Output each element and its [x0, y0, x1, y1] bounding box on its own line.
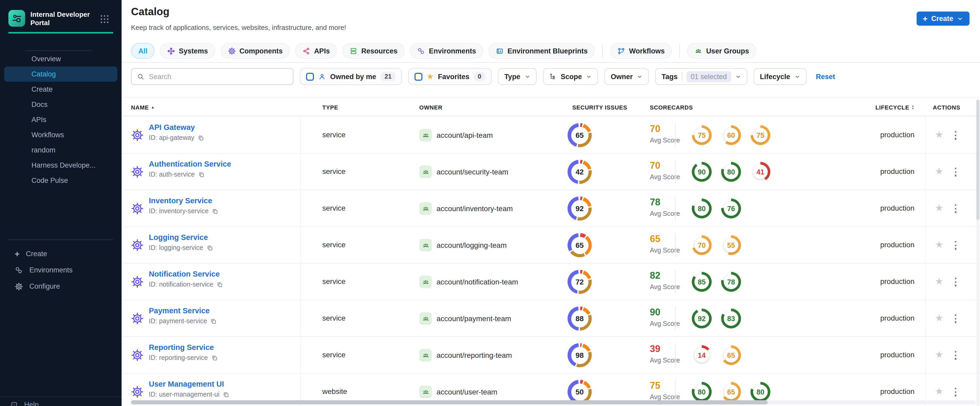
sidebar-item-help[interactable]: ? Help: [11, 401, 39, 406]
create-button[interactable]: + Create: [916, 11, 969, 26]
sidebar-item-environments[interactable]: Environments: [4, 262, 118, 278]
sidebar-item-apis[interactable]: APIs: [4, 112, 118, 127]
tab-components[interactable]: Components: [221, 43, 290, 59]
chevron-down-icon: [735, 74, 741, 79]
sidebar: Internal Developer Portal OverviewCatalo…: [0, 0, 122, 406]
favorite-star-button[interactable]: ★: [935, 349, 943, 360]
favorite-star-button[interactable]: ★: [935, 312, 943, 324]
vertical-scrollbar[interactable]: [976, 100, 980, 406]
entity-name-link[interactable]: Logging Service: [149, 233, 213, 241]
copy-icon[interactable]: [211, 354, 218, 361]
avg-score-label: Avg Score: [650, 357, 681, 364]
sidebar-item-create[interactable]: Create: [4, 82, 118, 97]
entity-name-link[interactable]: Payment Service: [149, 306, 217, 315]
horizontal-scrollbar[interactable]: [131, 400, 976, 404]
entity-name-link[interactable]: User Management UI: [149, 380, 229, 388]
search-input[interactable]: [149, 73, 288, 81]
column-divider: [925, 117, 926, 154]
scorecard-value: 83: [724, 311, 738, 326]
scorecard-divider: [675, 306, 676, 331]
tags-filter-dropdown[interactable]: Tags01 selected: [655, 68, 747, 85]
favorite-star-button[interactable]: ★: [935, 385, 943, 397]
copy-icon[interactable]: [223, 391, 229, 398]
tab-environments[interactable]: Environments: [410, 43, 484, 59]
people-icon: [695, 47, 703, 55]
entity-name-link[interactable]: Reporting Service: [149, 343, 218, 352]
sidebar-item-catalog[interactable]: Catalog: [4, 67, 118, 82]
column-header-name[interactable]: NAME▲: [131, 97, 155, 117]
scorecard-value: 70: [694, 238, 709, 252]
row-menu-kebab[interactable]: [954, 203, 958, 214]
row-menu-kebab[interactable]: [954, 240, 958, 251]
tab-user-groups[interactable]: User Groups: [687, 43, 756, 59]
favorite-star-button[interactable]: ★: [935, 202, 943, 214]
copy-icon[interactable]: [206, 244, 213, 251]
entity-name-link[interactable]: Authentication Service: [149, 160, 231, 168]
row-menu-kebab[interactable]: [954, 277, 958, 287]
tab-all[interactable]: All: [131, 43, 155, 59]
tab-systems[interactable]: Systems: [160, 43, 215, 59]
row-menu-kebab[interactable]: [954, 350, 958, 361]
copy-icon[interactable]: [198, 171, 205, 178]
tab-workflows[interactable]: Workflows: [610, 43, 672, 59]
horizontal-scrollbar-thumb[interactable]: [131, 400, 768, 404]
entity-id: ID: auth-service: [149, 171, 231, 178]
favorite-star-button[interactable]: ★: [935, 165, 943, 177]
owned-by-me-filter[interactable]: Owned by me 21: [300, 68, 402, 85]
row-menu-kebab[interactable]: [954, 167, 958, 177]
entity-id-text: ID: inventory-service: [149, 208, 208, 215]
column-divider: [925, 300, 926, 337]
copy-icon[interactable]: [210, 318, 217, 325]
entity-name-link[interactable]: Inventory Service: [149, 197, 218, 205]
column-header-type[interactable]: TYPE: [322, 97, 338, 117]
owned-by-me-checkbox[interactable]: [306, 73, 314, 81]
row-menu-kebab[interactable]: [954, 313, 958, 324]
app-switcher-icon[interactable]: [100, 15, 109, 24]
favorite-star-button[interactable]: ★: [935, 239, 943, 251]
scope-filter-dropdown[interactable]: Scope: [543, 68, 598, 85]
vertical-scrollbar-thumb[interactable]: [976, 100, 980, 220]
entity-name-link[interactable]: API Gateway: [149, 123, 204, 132]
copy-icon[interactable]: [212, 208, 218, 214]
sidebar-item-create[interactable]: +Create: [4, 246, 118, 262]
owner-group-icon: [419, 129, 432, 141]
tab-apis[interactable]: APIs: [295, 43, 337, 59]
favorite-star-button[interactable]: ★: [935, 129, 943, 140]
copy-icon[interactable]: [216, 281, 223, 288]
sidebar-item-code-pulse[interactable]: Code Pulse: [4, 173, 118, 188]
sidebar-item-configure[interactable]: Configure: [4, 279, 118, 294]
row-menu-kebab[interactable]: [954, 387, 958, 397]
sidebar-divider-bottom: [8, 239, 113, 240]
tab-environment-blueprints[interactable]: AEnvironment Blueprints: [489, 43, 595, 59]
scorecard-ring: 41: [751, 162, 770, 182]
sidebar-item-random[interactable]: random: [4, 143, 118, 158]
column-header-lifecycle[interactable]: LIFECYCLE▲▼: [875, 97, 915, 117]
column-label: SECURITY ISSUES: [572, 104, 627, 110]
avg-score-value: 70: [650, 124, 681, 135]
entity-id-text: ID: reporting-service: [149, 354, 208, 362]
entity-id-text: ID: api-gateway: [149, 134, 194, 141]
scorecard-value: 80: [753, 384, 768, 399]
copy-icon[interactable]: [197, 134, 204, 141]
scorecard-value: 65: [724, 348, 738, 363]
column-header-scorecards[interactable]: SCORECARDS: [650, 97, 693, 117]
tab-resources[interactable]: Resources: [342, 43, 405, 59]
favorite-star-button[interactable]: ★: [935, 276, 943, 287]
sidebar-item-workflows[interactable]: Workflows: [4, 127, 118, 143]
owner-filter-dropdown[interactable]: Owner: [605, 68, 649, 85]
sidebar-item-harness-develope-[interactable]: Harness Develope...: [4, 158, 118, 173]
type-filter-dropdown[interactable]: Type: [498, 68, 537, 85]
favorites-filter[interactable]: ★ Favorites 0: [408, 68, 492, 85]
favorites-checkbox[interactable]: [415, 73, 422, 81]
sidebar-item-docs[interactable]: Docs: [4, 97, 118, 112]
owner-cell: account/inventory-team: [419, 202, 513, 215]
lifecycle-filter-dropdown[interactable]: Lifecycle: [754, 68, 807, 85]
row-menu-kebab[interactable]: [954, 130, 958, 141]
entity-name-link[interactable]: Notification Service: [149, 270, 223, 278]
reset-filters-link[interactable]: Reset: [816, 73, 835, 81]
column-header-security-issues[interactable]: SECURITY ISSUES: [572, 97, 627, 117]
column-header-owner[interactable]: OWNER: [419, 97, 442, 117]
sidebar-item-overview[interactable]: Overview: [4, 51, 118, 67]
tab-group-divider: [602, 44, 603, 58]
column-header-actions[interactable]: ACTIONS: [933, 97, 960, 117]
